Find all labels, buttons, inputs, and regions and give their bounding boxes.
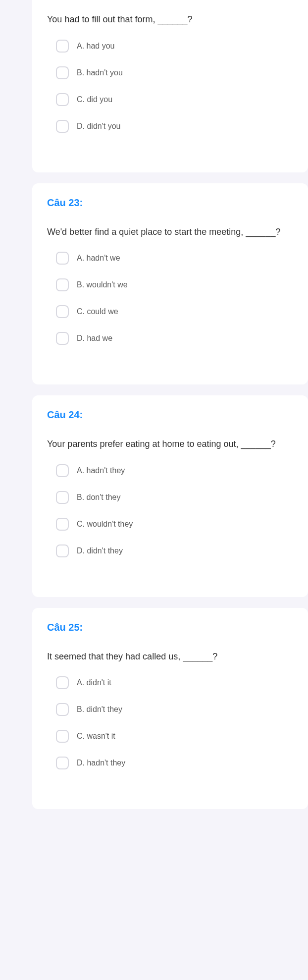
question-number: Câu 24: [47, 409, 293, 421]
option-label: A. had you [77, 42, 115, 51]
radio-icon [56, 66, 69, 79]
radio-icon [56, 120, 69, 133]
radio-icon [56, 518, 69, 531]
option-label: C. did you [77, 95, 112, 104]
question-card: You had to fill out that form, ______? A… [32, 0, 308, 172]
option-label: B. don't they [77, 493, 120, 502]
option-label: C. could we [77, 307, 118, 316]
radio-icon [56, 252, 69, 265]
option-label: A. hadn't we [77, 254, 120, 263]
option-d[interactable]: D. didn't they [56, 544, 293, 557]
option-label: A. didn't it [77, 678, 111, 687]
question-card: Câu 23: We'd better find a quiet place t… [32, 183, 308, 385]
option-b[interactable]: B. hadn't you [56, 66, 293, 79]
question-card: Câu 25: It seemed that they had called u… [32, 608, 308, 810]
option-a[interactable]: A. hadn't they [56, 464, 293, 477]
radio-icon [56, 40, 69, 53]
option-label: D. had we [77, 334, 112, 343]
question-text: It seemed that they had called us, _____… [47, 647, 293, 667]
options-group: A. hadn't they B. don't they C. wouldn't… [47, 464, 293, 557]
option-b[interactable]: B. didn't they [56, 703, 293, 716]
question-text: We'd better find a quiet place to start … [47, 222, 293, 242]
radio-icon [56, 464, 69, 477]
radio-icon [56, 305, 69, 318]
question-card: Câu 24: Your parents prefer eating at ho… [32, 395, 308, 597]
radio-icon [56, 278, 69, 291]
option-label: B. wouldn't we [77, 280, 128, 289]
option-d[interactable]: D. hadn't they [56, 757, 293, 769]
question-text: You had to fill out that form, ______? [47, 10, 293, 30]
option-label: D. didn't they [77, 546, 123, 555]
option-a[interactable]: A. hadn't we [56, 252, 293, 265]
option-label: B. hadn't you [77, 68, 123, 77]
option-c[interactable]: C. wouldn't they [56, 518, 293, 531]
option-c[interactable]: C. could we [56, 305, 293, 318]
option-label: C. wouldn't they [77, 520, 133, 529]
question-number: Câu 25: [47, 622, 293, 633]
option-d[interactable]: D. didn't you [56, 120, 293, 133]
option-label: C. wasn't it [77, 732, 115, 741]
radio-icon [56, 491, 69, 504]
question-number: Câu 23: [47, 197, 293, 209]
radio-icon [56, 730, 69, 743]
option-b[interactable]: B. don't they [56, 491, 293, 504]
option-label: A. hadn't they [77, 466, 125, 475]
option-c[interactable]: C. did you [56, 93, 293, 106]
question-text: Your parents prefer eating at home to ea… [47, 435, 293, 454]
option-a[interactable]: A. had you [56, 40, 293, 53]
radio-icon [56, 332, 69, 345]
option-d[interactable]: D. had we [56, 332, 293, 345]
option-label: B. didn't they [77, 705, 122, 714]
option-label: D. hadn't they [77, 759, 125, 767]
radio-icon [56, 676, 69, 689]
option-label: D. didn't you [77, 122, 120, 131]
radio-icon [56, 544, 69, 557]
radio-icon [56, 703, 69, 716]
option-b[interactable]: B. wouldn't we [56, 278, 293, 291]
option-a[interactable]: A. didn't it [56, 676, 293, 689]
radio-icon [56, 757, 69, 769]
radio-icon [56, 93, 69, 106]
options-group: A. had you B. hadn't you C. did you D. d… [47, 40, 293, 133]
options-group: A. hadn't we B. wouldn't we C. could we … [47, 252, 293, 345]
option-c[interactable]: C. wasn't it [56, 730, 293, 743]
options-group: A. didn't it B. didn't they C. wasn't it… [47, 676, 293, 769]
